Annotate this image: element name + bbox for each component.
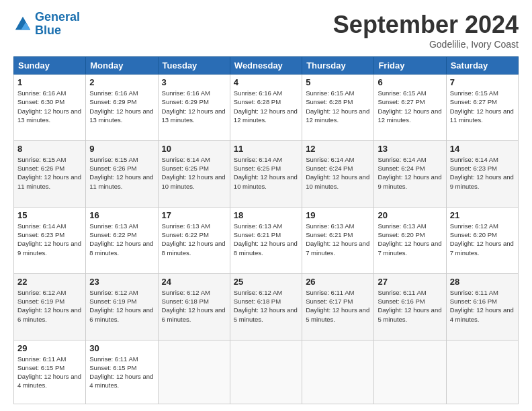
day-number: 27 — [378, 277, 442, 287]
calendar-cell — [230, 340, 302, 404]
calendar-cell: 9Sunrise: 6:15 AMSunset: 6:26 PMDaylight… — [86, 140, 158, 207]
day-info: Sunrise: 6:13 AMSunset: 6:21 PMDaylight:… — [234, 222, 298, 257]
day-number: 6 — [378, 77, 442, 87]
calendar-cell: 30Sunrise: 6:11 AMSunset: 6:15 PMDayligh… — [86, 340, 158, 404]
day-number: 2 — [89, 77, 154, 87]
logo-general: General — [35, 10, 80, 24]
calendar-cell: 1Sunrise: 6:16 AMSunset: 6:30 PMDaylight… — [14, 75, 86, 141]
col-header-saturday: Saturday — [446, 57, 518, 75]
day-info: Sunrise: 6:12 AMSunset: 6:18 PMDaylight:… — [234, 288, 298, 324]
col-header-friday: Friday — [374, 57, 446, 75]
day-number: 13 — [378, 144, 442, 154]
day-info: Sunrise: 6:14 AMSunset: 6:23 PMDaylight:… — [450, 155, 515, 191]
col-header-wednesday: Wednesday — [230, 57, 302, 75]
day-info: Sunrise: 6:14 AMSunset: 6:25 PMDaylight:… — [162, 155, 226, 191]
day-info: Sunrise: 6:11 AMSunset: 6:15 PMDaylight:… — [17, 355, 82, 390]
day-number: 15 — [17, 210, 82, 220]
calendar-cell: 17Sunrise: 6:13 AMSunset: 6:22 PMDayligh… — [158, 207, 230, 273]
day-number: 5 — [306, 77, 370, 87]
day-number: 26 — [306, 277, 370, 287]
calendar-cell: 25Sunrise: 6:12 AMSunset: 6:18 PMDayligh… — [230, 273, 302, 340]
logo-blue: Blue — [35, 24, 61, 37]
calendar-cell: 19Sunrise: 6:13 AMSunset: 6:21 PMDayligh… — [302, 207, 374, 273]
day-number: 22 — [17, 277, 82, 287]
day-info: Sunrise: 6:13 AMSunset: 6:21 PMDaylight:… — [306, 222, 370, 257]
day-info: Sunrise: 6:11 AMSunset: 6:16 PMDaylight:… — [378, 288, 442, 324]
day-info: Sunrise: 6:14 AMSunset: 6:24 PMDaylight:… — [306, 155, 370, 191]
calendar-cell: 6Sunrise: 6:15 AMSunset: 6:27 PMDaylight… — [374, 75, 446, 141]
calendar-cell: 18Sunrise: 6:13 AMSunset: 6:21 PMDayligh… — [230, 207, 302, 273]
day-info: Sunrise: 6:13 AMSunset: 6:22 PMDaylight:… — [162, 222, 226, 257]
calendar-cell: 20Sunrise: 6:13 AMSunset: 6:20 PMDayligh… — [374, 207, 446, 273]
day-info: Sunrise: 6:13 AMSunset: 6:20 PMDaylight:… — [378, 222, 442, 257]
title-block: September 2024 Godelilie, Ivory Coast — [333, 11, 519, 50]
day-info: Sunrise: 6:11 AMSunset: 6:17 PMDaylight:… — [306, 288, 370, 324]
day-number: 9 — [89, 144, 154, 154]
calendar-cell: 4Sunrise: 6:16 AMSunset: 6:28 PMDaylight… — [230, 75, 302, 141]
day-info: Sunrise: 6:15 AMSunset: 6:27 PMDaylight:… — [450, 89, 515, 124]
calendar-cell: 12Sunrise: 6:14 AMSunset: 6:24 PMDayligh… — [302, 140, 374, 207]
calendar-cell — [158, 340, 230, 404]
calendar-cell: 27Sunrise: 6:11 AMSunset: 6:16 PMDayligh… — [374, 273, 446, 340]
day-info: Sunrise: 6:15 AMSunset: 6:26 PMDaylight:… — [89, 155, 154, 191]
day-number: 30 — [89, 343, 154, 353]
calendar-cell: 2Sunrise: 6:16 AMSunset: 6:29 PMDaylight… — [86, 75, 158, 141]
logo-text: General Blue — [35, 11, 80, 38]
header: General Blue September 2024 Godelilie, I… — [13, 11, 519, 50]
day-info: Sunrise: 6:14 AMSunset: 6:25 PMDaylight:… — [234, 155, 298, 191]
calendar-cell: 11Sunrise: 6:14 AMSunset: 6:25 PMDayligh… — [230, 140, 302, 207]
day-info: Sunrise: 6:12 AMSunset: 6:18 PMDaylight:… — [162, 288, 226, 324]
calendar-cell: 24Sunrise: 6:12 AMSunset: 6:18 PMDayligh… — [158, 273, 230, 340]
day-number: 23 — [89, 277, 154, 287]
calendar-cell: 22Sunrise: 6:12 AMSunset: 6:19 PMDayligh… — [14, 273, 86, 340]
day-number: 29 — [17, 343, 82, 353]
calendar-cell — [374, 340, 446, 404]
calendar-cell: 10Sunrise: 6:14 AMSunset: 6:25 PMDayligh… — [158, 140, 230, 207]
day-info: Sunrise: 6:15 AMSunset: 6:28 PMDaylight:… — [306, 89, 370, 124]
logo-icon — [13, 15, 32, 34]
calendar-cell: 14Sunrise: 6:14 AMSunset: 6:23 PMDayligh… — [446, 140, 518, 207]
day-info: Sunrise: 6:12 AMSunset: 6:20 PMDaylight:… — [450, 222, 515, 257]
calendar-table: SundayMondayTuesdayWednesdayThursdayFrid… — [13, 56, 519, 404]
day-info: Sunrise: 6:16 AMSunset: 6:29 PMDaylight:… — [162, 89, 226, 124]
day-info: Sunrise: 6:14 AMSunset: 6:23 PMDaylight:… — [17, 222, 82, 257]
day-number: 21 — [450, 210, 515, 220]
calendar-cell: 15Sunrise: 6:14 AMSunset: 6:23 PMDayligh… — [14, 207, 86, 273]
day-info: Sunrise: 6:13 AMSunset: 6:22 PMDaylight:… — [89, 222, 154, 257]
day-info: Sunrise: 6:16 AMSunset: 6:29 PMDaylight:… — [89, 89, 154, 124]
day-info: Sunrise: 6:16 AMSunset: 6:30 PMDaylight:… — [17, 89, 82, 124]
day-number: 1 — [17, 77, 82, 87]
calendar-cell: 5Sunrise: 6:15 AMSunset: 6:28 PMDaylight… — [302, 75, 374, 141]
col-header-sunday: Sunday — [14, 57, 86, 75]
day-info: Sunrise: 6:12 AMSunset: 6:19 PMDaylight:… — [17, 288, 82, 324]
calendar-cell — [302, 340, 374, 404]
day-number: 20 — [378, 210, 442, 220]
day-info: Sunrise: 6:12 AMSunset: 6:19 PMDaylight:… — [89, 288, 154, 324]
day-number: 19 — [306, 210, 370, 220]
day-info: Sunrise: 6:11 AMSunset: 6:15 PMDaylight:… — [89, 355, 154, 390]
calendar-cell: 29Sunrise: 6:11 AMSunset: 6:15 PMDayligh… — [14, 340, 86, 404]
day-number: 14 — [450, 144, 515, 154]
page: General Blue September 2024 Godelilie, I… — [0, 0, 532, 411]
day-number: 25 — [234, 277, 298, 287]
day-info: Sunrise: 6:15 AMSunset: 6:26 PMDaylight:… — [17, 155, 82, 191]
day-number: 3 — [162, 77, 226, 87]
day-info: Sunrise: 6:14 AMSunset: 6:24 PMDaylight:… — [378, 155, 442, 191]
day-number: 4 — [234, 77, 298, 87]
calendar-cell: 8Sunrise: 6:15 AMSunset: 6:26 PMDaylight… — [14, 140, 86, 207]
calendar-cell: 3Sunrise: 6:16 AMSunset: 6:29 PMDaylight… — [158, 75, 230, 141]
header-row: SundayMondayTuesdayWednesdayThursdayFrid… — [14, 57, 519, 75]
day-number: 10 — [162, 144, 226, 154]
col-header-monday: Monday — [86, 57, 158, 75]
day-number: 17 — [162, 210, 226, 220]
col-header-tuesday: Tuesday — [158, 57, 230, 75]
day-number: 7 — [450, 77, 515, 87]
day-info: Sunrise: 6:11 AMSunset: 6:16 PMDaylight:… — [450, 288, 515, 324]
month-title: September 2024 — [333, 11, 519, 39]
day-number: 11 — [234, 144, 298, 154]
calendar-cell: 23Sunrise: 6:12 AMSunset: 6:19 PMDayligh… — [86, 273, 158, 340]
location: Godelilie, Ivory Coast — [333, 39, 519, 50]
day-info: Sunrise: 6:16 AMSunset: 6:28 PMDaylight:… — [234, 89, 298, 124]
calendar-cell: 26Sunrise: 6:11 AMSunset: 6:17 PMDayligh… — [302, 273, 374, 340]
logo: General Blue — [13, 11, 80, 38]
